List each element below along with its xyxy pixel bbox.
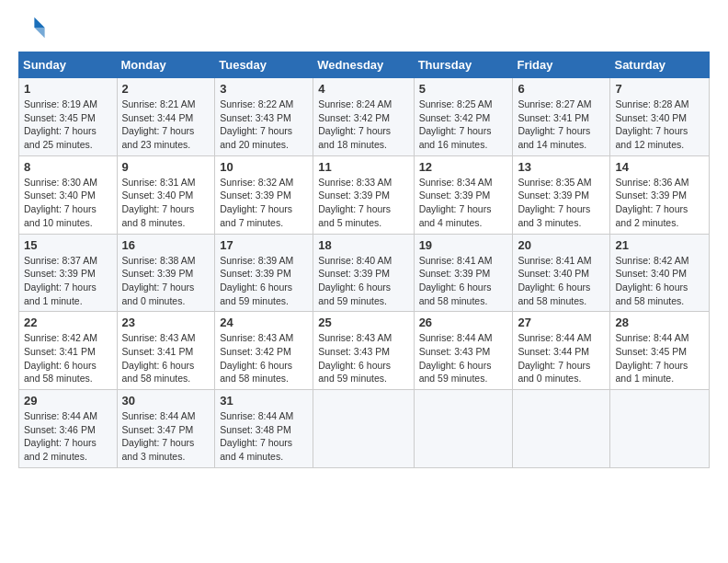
calendar-cell: 6Sunrise: 8:27 AM Sunset: 3:41 PM Daylig… (513, 78, 610, 156)
cell-info: Sunrise: 8:35 AM Sunset: 3:39 PM Dayligh… (518, 176, 605, 230)
calendar-cell: 26Sunrise: 8:44 AM Sunset: 3:43 PM Dayli… (414, 312, 513, 390)
calendar-table: SundayMondayTuesdayWednesdayThursdayFrid… (18, 52, 710, 468)
day-number: 14 (615, 160, 704, 174)
calendar-cell: 17Sunrise: 8:39 AM Sunset: 3:39 PM Dayli… (215, 234, 313, 312)
col-header-monday: Monday (117, 52, 215, 78)
calendar-cell: 29Sunrise: 8:44 AM Sunset: 3:46 PM Dayli… (19, 390, 118, 468)
cell-info: Sunrise: 8:44 AM Sunset: 3:45 PM Dayligh… (615, 331, 704, 385)
calendar-cell: 22Sunrise: 8:42 AM Sunset: 3:41 PM Dayli… (19, 312, 118, 390)
calendar-cell: 25Sunrise: 8:43 AM Sunset: 3:43 PM Dayli… (313, 312, 414, 390)
calendar-header-row: SundayMondayTuesdayWednesdayThursdayFrid… (19, 52, 710, 78)
cell-info: Sunrise: 8:22 AM Sunset: 3:43 PM Dayligh… (220, 98, 308, 152)
day-number: 3 (220, 82, 308, 96)
day-number: 4 (318, 82, 408, 96)
cell-info: Sunrise: 8:43 AM Sunset: 3:42 PM Dayligh… (220, 331, 308, 385)
cell-info: Sunrise: 8:34 AM Sunset: 3:39 PM Dayligh… (419, 176, 508, 230)
day-number: 8 (24, 160, 112, 174)
day-number: 28 (615, 316, 704, 329)
day-number: 15 (24, 238, 112, 252)
cell-info: Sunrise: 8:25 AM Sunset: 3:42 PM Dayligh… (419, 98, 508, 152)
day-number: 30 (122, 394, 210, 408)
calendar-cell: 18Sunrise: 8:40 AM Sunset: 3:39 PM Dayli… (313, 234, 414, 312)
day-number: 31 (220, 394, 308, 408)
cell-info: Sunrise: 8:31 AM Sunset: 3:40 PM Dayligh… (122, 176, 210, 230)
calendar-cell (513, 390, 610, 468)
day-number: 19 (419, 238, 508, 252)
cell-info: Sunrise: 8:27 AM Sunset: 3:41 PM Dayligh… (518, 98, 605, 152)
svg-marker-1 (34, 28, 44, 38)
calendar-cell: 23Sunrise: 8:43 AM Sunset: 3:41 PM Dayli… (117, 312, 215, 390)
calendar-cell: 4Sunrise: 8:24 AM Sunset: 3:42 PM Daylig… (313, 78, 414, 156)
day-number: 18 (318, 238, 408, 252)
calendar-cell: 31Sunrise: 8:44 AM Sunset: 3:48 PM Dayli… (215, 390, 313, 468)
cell-info: Sunrise: 8:24 AM Sunset: 3:42 PM Dayligh… (318, 98, 408, 152)
calendar-cell: 3Sunrise: 8:22 AM Sunset: 3:43 PM Daylig… (215, 78, 313, 156)
calendar-cell: 30Sunrise: 8:44 AM Sunset: 3:47 PM Dayli… (117, 390, 215, 468)
cell-info: Sunrise: 8:44 AM Sunset: 3:47 PM Dayligh… (122, 409, 210, 464)
calendar-cell: 12Sunrise: 8:34 AM Sunset: 3:39 PM Dayli… (414, 155, 513, 234)
day-number: 26 (419, 316, 508, 329)
cell-info: Sunrise: 8:41 AM Sunset: 3:40 PM Dayligh… (518, 254, 605, 308)
day-number: 9 (122, 160, 210, 174)
svg-marker-0 (34, 17, 44, 28)
cell-info: Sunrise: 8:19 AM Sunset: 3:45 PM Dayligh… (24, 98, 112, 152)
day-number: 16 (122, 238, 210, 252)
day-number: 6 (518, 82, 605, 96)
cell-info: Sunrise: 8:30 AM Sunset: 3:40 PM Dayligh… (24, 176, 112, 230)
logo (18, 15, 46, 44)
day-number: 21 (615, 238, 704, 252)
calendar-cell: 16Sunrise: 8:38 AM Sunset: 3:39 PM Dayli… (117, 234, 215, 312)
day-number: 1 (24, 82, 112, 96)
calendar-cell: 11Sunrise: 8:33 AM Sunset: 3:39 PM Dayli… (313, 155, 414, 234)
calendar-cell: 20Sunrise: 8:41 AM Sunset: 3:40 PM Dayli… (513, 234, 610, 312)
cell-info: Sunrise: 8:38 AM Sunset: 3:39 PM Dayligh… (122, 254, 210, 308)
calendar-cell (610, 390, 710, 468)
logo-icon (20, 15, 46, 40)
header (18, 15, 710, 44)
day-number: 2 (122, 82, 210, 96)
col-header-tuesday: Tuesday (215, 52, 313, 78)
calendar-week-5: 29Sunrise: 8:44 AM Sunset: 3:46 PM Dayli… (19, 390, 710, 468)
day-number: 12 (419, 160, 508, 174)
calendar-cell: 14Sunrise: 8:36 AM Sunset: 3:39 PM Dayli… (610, 155, 710, 234)
cell-info: Sunrise: 8:44 AM Sunset: 3:48 PM Dayligh… (220, 409, 308, 464)
cell-info: Sunrise: 8:42 AM Sunset: 3:40 PM Dayligh… (615, 254, 704, 308)
cell-info: Sunrise: 8:37 AM Sunset: 3:39 PM Dayligh… (24, 254, 112, 308)
calendar-cell: 10Sunrise: 8:32 AM Sunset: 3:39 PM Dayli… (215, 155, 313, 234)
day-number: 29 (24, 394, 112, 408)
cell-info: Sunrise: 8:40 AM Sunset: 3:39 PM Dayligh… (318, 254, 408, 308)
calendar-cell: 5Sunrise: 8:25 AM Sunset: 3:42 PM Daylig… (414, 78, 513, 156)
calendar-week-2: 8Sunrise: 8:30 AM Sunset: 3:40 PM Daylig… (19, 155, 710, 234)
calendar-cell: 24Sunrise: 8:43 AM Sunset: 3:42 PM Dayli… (215, 312, 313, 390)
day-number: 22 (24, 316, 112, 329)
cell-info: Sunrise: 8:21 AM Sunset: 3:44 PM Dayligh… (122, 98, 210, 152)
col-header-wednesday: Wednesday (313, 52, 414, 78)
cell-info: Sunrise: 8:44 AM Sunset: 3:46 PM Dayligh… (24, 409, 112, 464)
cell-info: Sunrise: 8:42 AM Sunset: 3:41 PM Dayligh… (24, 331, 112, 385)
calendar-cell: 28Sunrise: 8:44 AM Sunset: 3:45 PM Dayli… (610, 312, 710, 390)
day-number: 10 (220, 160, 308, 174)
cell-info: Sunrise: 8:39 AM Sunset: 3:39 PM Dayligh… (220, 254, 308, 308)
calendar-cell: 7Sunrise: 8:28 AM Sunset: 3:40 PM Daylig… (610, 78, 710, 156)
col-header-sunday: Sunday (19, 52, 118, 78)
day-number: 23 (122, 316, 210, 329)
cell-info: Sunrise: 8:44 AM Sunset: 3:44 PM Dayligh… (518, 331, 605, 385)
calendar-cell (313, 390, 414, 468)
calendar-cell: 2Sunrise: 8:21 AM Sunset: 3:44 PM Daylig… (117, 78, 215, 156)
calendar-cell: 13Sunrise: 8:35 AM Sunset: 3:39 PM Dayli… (513, 155, 610, 234)
calendar-cell: 27Sunrise: 8:44 AM Sunset: 3:44 PM Dayli… (513, 312, 610, 390)
page: SundayMondayTuesdayWednesdayThursdayFrid… (0, 0, 728, 563)
calendar-week-1: 1Sunrise: 8:19 AM Sunset: 3:45 PM Daylig… (19, 78, 710, 156)
day-number: 20 (518, 238, 605, 252)
calendar-cell: 9Sunrise: 8:31 AM Sunset: 3:40 PM Daylig… (117, 155, 215, 234)
calendar-cell (414, 390, 513, 468)
calendar-cell: 21Sunrise: 8:42 AM Sunset: 3:40 PM Dayli… (610, 234, 710, 312)
day-number: 27 (518, 316, 605, 329)
calendar-cell: 19Sunrise: 8:41 AM Sunset: 3:39 PM Dayli… (414, 234, 513, 312)
cell-info: Sunrise: 8:41 AM Sunset: 3:39 PM Dayligh… (419, 254, 508, 308)
calendar-cell: 1Sunrise: 8:19 AM Sunset: 3:45 PM Daylig… (19, 78, 118, 156)
col-header-thursday: Thursday (414, 52, 513, 78)
cell-info: Sunrise: 8:28 AM Sunset: 3:40 PM Dayligh… (615, 98, 704, 152)
cell-info: Sunrise: 8:36 AM Sunset: 3:39 PM Dayligh… (615, 176, 704, 230)
calendar-cell: 8Sunrise: 8:30 AM Sunset: 3:40 PM Daylig… (19, 155, 118, 234)
